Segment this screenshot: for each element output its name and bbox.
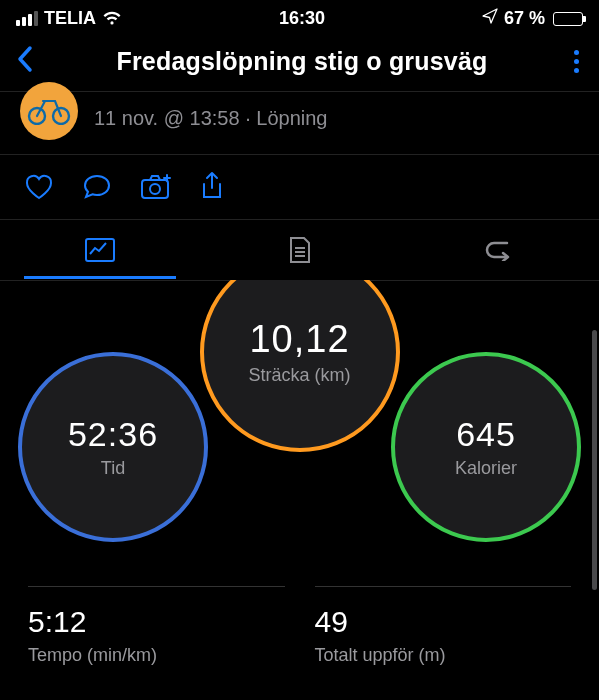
stat-pace: 5:12 Tempo (min/km) [28, 586, 285, 666]
location-icon [482, 8, 498, 29]
svg-rect-2 [142, 180, 168, 198]
wifi-icon [102, 11, 122, 26]
battery-icon [553, 12, 583, 26]
page-title: Fredagslöpning stig o grusväg [116, 47, 487, 76]
activity-subtitle: 11 nov. @ 13:58 · Löpning [94, 107, 327, 130]
time-value: 52:36 [68, 415, 158, 454]
svg-point-3 [150, 184, 160, 194]
calories-label: Kalorier [455, 458, 517, 479]
carrier-label: TELIA [44, 8, 96, 29]
like-button[interactable] [24, 173, 54, 200]
pace-label: Tempo (min/km) [28, 645, 285, 666]
share-button[interactable] [200, 171, 224, 201]
circle-time[interactable]: 52:36 Tid [18, 352, 208, 542]
action-row [0, 155, 599, 220]
circle-calories[interactable]: 645 Kalorier [391, 352, 581, 542]
status-left: TELIA [16, 8, 122, 29]
photo-button[interactable] [140, 173, 172, 200]
tabs [0, 220, 599, 281]
tab-laps[interactable] [399, 223, 599, 277]
distance-value: 10,12 [249, 318, 349, 361]
circle-distance[interactable]: 10,12 Sträcka (km) [200, 280, 400, 452]
nav-bar: Fredagslöpning stig o grusväg [0, 33, 599, 91]
status-right: 67 % [482, 8, 583, 29]
status-time: 16:30 [279, 8, 325, 29]
scrollbar[interactable] [592, 330, 597, 590]
summary-circles: 52:36 Tid 645 Kalorier 10,12 Sträcka (km… [0, 280, 599, 560]
status-bar: TELIA 16:30 67 % [0, 0, 599, 33]
calories-value: 645 [456, 415, 516, 454]
pace-value: 5:12 [28, 605, 285, 639]
stat-ascent: 49 Totalt uppför (m) [315, 586, 572, 666]
ascent-value: 49 [315, 605, 572, 639]
author-row: 11 nov. @ 13:58 · Löpning [0, 91, 599, 155]
menu-button[interactable] [570, 46, 583, 77]
tab-stats[interactable] [0, 222, 200, 278]
signal-icon [16, 11, 38, 26]
avatar[interactable] [20, 82, 78, 140]
main-content: 52:36 Tid 645 Kalorier 10,12 Sträcka (km… [0, 280, 599, 676]
tab-details[interactable] [200, 220, 400, 280]
distance-label: Sträcka (km) [248, 365, 350, 386]
time-label: Tid [101, 458, 125, 479]
ascent-label: Totalt uppför (m) [315, 645, 572, 666]
back-button[interactable] [16, 45, 34, 77]
stats-row: 5:12 Tempo (min/km) 49 Totalt uppför (m) [0, 560, 599, 666]
comment-button[interactable] [82, 173, 112, 200]
battery-text: 67 % [504, 8, 545, 29]
